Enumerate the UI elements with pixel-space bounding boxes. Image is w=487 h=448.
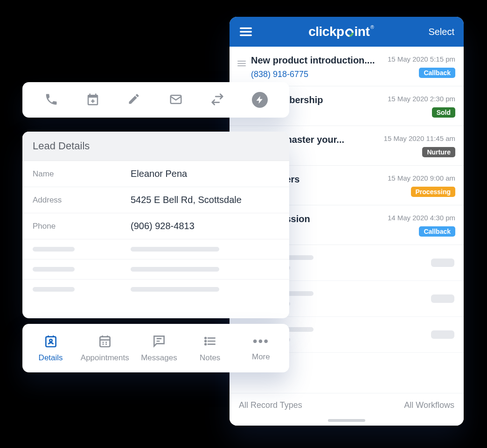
calendar-add-icon[interactable] (86, 92, 101, 107)
svg-point-13 (205, 341, 206, 342)
brand-suffix: int (355, 24, 370, 39)
tab-appointments[interactable]: Appointments (81, 334, 129, 363)
tab-more[interactable]: ••• More (240, 335, 282, 362)
tab-messages[interactable]: Messages (138, 334, 180, 363)
tab-details[interactable]: Details (30, 334, 72, 363)
brand-prefix: clickp (308, 24, 344, 39)
transfer-icon[interactable] (210, 92, 225, 107)
status-badge: Nurture (422, 147, 455, 157)
list-item-time: 15 May 2020 9:00 am (388, 174, 455, 182)
list-item-time: 15 May 2020 11:45 am (384, 134, 455, 142)
filter-record-types[interactable]: All Record Types (239, 400, 302, 410)
lead-details-card: Lead Details Name Eleanor Pena Address 5… (22, 132, 289, 318)
svg-point-15 (205, 343, 206, 345)
tab-label: Notes (200, 353, 220, 363)
detail-value: (906) 928-4813 (131, 221, 195, 231)
lead-details-header: Lead Details (22, 132, 289, 161)
list-item[interactable]: New product introduction.... (838) 918-6… (230, 47, 464, 86)
menu-icon[interactable] (239, 25, 253, 39)
list-header: clickpint® Select (230, 17, 464, 47)
detail-row-skeleton (22, 239, 289, 259)
svg-rect-10 (100, 337, 110, 347)
email-icon[interactable] (169, 92, 184, 107)
drag-handle-icon[interactable] (236, 58, 249, 69)
tab-label: Messages (141, 353, 177, 363)
call-icon[interactable] (44, 92, 59, 107)
detail-row-skeleton (22, 259, 289, 280)
lead-details-title: Lead Details (33, 140, 279, 152)
tab-label: Details (39, 353, 63, 363)
detail-value: Eleanor Pena (131, 168, 187, 179)
detail-row-name: Name Eleanor Pena (22, 161, 289, 187)
tab-label: More (252, 352, 270, 362)
edit-icon[interactable] (127, 92, 142, 107)
detail-row-skeleton (22, 280, 289, 299)
detail-value: 5425 E Bell Rd, Scottsdale (131, 195, 242, 205)
list-item-time: 15 May 2020 5:15 pm (388, 55, 455, 63)
filter-workflows[interactable]: All Workflows (404, 400, 454, 410)
status-badge: Sold (432, 107, 455, 118)
status-badge: Callback (419, 68, 455, 78)
detail-row-address: Address 5425 E Bell Rd, Scottsdale (22, 187, 289, 213)
list-footer: All Record Types All Workflows (230, 393, 464, 426)
list-item-phone[interactable]: (838) 918-6775 (251, 70, 383, 79)
more-icon: ••• (253, 335, 269, 348)
status-badge: Processing (411, 187, 455, 197)
select-button[interactable]: Select (428, 27, 454, 37)
svg-point-9 (49, 339, 52, 342)
tab-label: Appointments (81, 353, 129, 363)
list-item-time: 14 May 2020 4:30 pm (388, 214, 455, 222)
detail-label: Name (33, 169, 131, 179)
list-item-title: New product introduction.... (251, 55, 383, 66)
brand-o-icon (343, 27, 355, 38)
drag-indicator (328, 419, 365, 422)
tab-notes[interactable]: Notes (189, 334, 231, 363)
status-badge: Callback (419, 226, 455, 237)
brand-logo: clickpint® (308, 24, 373, 39)
detail-label: Address (33, 196, 131, 205)
list-item-time: 15 May 2020 2:30 pm (388, 95, 455, 103)
quick-action-icon[interactable] (252, 92, 268, 108)
detail-row-phone: Phone (906) 928-4813 (22, 213, 289, 239)
svg-point-11 (205, 337, 206, 339)
detail-label: Phone (33, 222, 131, 231)
tabs-bar: Details Appointments Messages Notes ••• … (22, 324, 289, 372)
actions-toolbar (22, 82, 289, 118)
